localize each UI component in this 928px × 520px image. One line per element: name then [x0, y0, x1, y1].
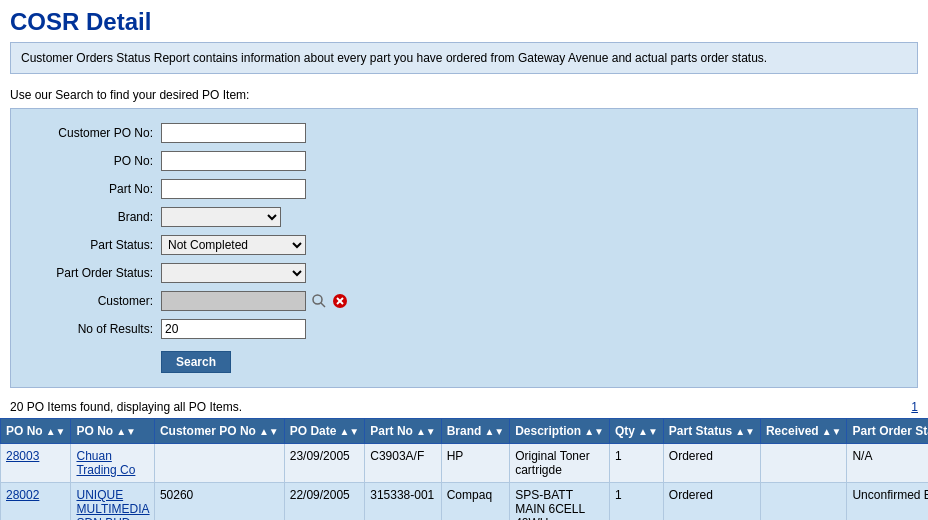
cell-customer-po-no — [154, 444, 284, 483]
col-brand-label: Brand▲▼ — [441, 419, 509, 444]
cell-received — [760, 483, 847, 521]
cell-brand: HP — [441, 444, 509, 483]
cell-brand: Compaq — [441, 483, 509, 521]
customer-name-link[interactable]: Chuan Trading Co — [76, 449, 135, 477]
customer-label: Customer: — [31, 294, 161, 308]
no-of-results-label: No of Results: — [31, 322, 161, 336]
results-table: PO No▲▼ PO No▲▼ Customer PO No▲▼ PO Date… — [0, 418, 928, 520]
table-row: 28003Chuan Trading Co23/09/2005C3903A/FH… — [1, 444, 929, 483]
page-number[interactable]: 1 — [911, 400, 918, 414]
part-no-row: Part No: — [31, 179, 897, 199]
cell-customer-name: UNIQUE MULTIMEDIA SDN BHD — [71, 483, 154, 521]
svg-point-0 — [313, 295, 322, 304]
cell-customer-po-no: 50260 — [154, 483, 284, 521]
customer-po-no-input[interactable] — [161, 123, 306, 143]
search-instruction: Use our Search to find your desired PO I… — [0, 84, 928, 108]
no-of-results-input[interactable] — [161, 319, 306, 339]
cell-description: SPS-BATT MAIN 6CELL 40WH — [510, 483, 610, 521]
brand-label: Brand: — [31, 210, 161, 224]
cell-received — [760, 444, 847, 483]
cell-po-no: 28002 — [1, 483, 71, 521]
part-order-status-select[interactable]: Ordered Shipped Delivered — [161, 263, 306, 283]
po-no-link[interactable]: 28002 — [6, 488, 39, 502]
col-part-no-label: Part No▲▼ — [365, 419, 441, 444]
col-customer-po-label: Customer PO No▲▼ — [154, 419, 284, 444]
cell-part-no: 315338-001 — [365, 483, 441, 521]
customer-clear-icon[interactable] — [332, 293, 348, 309]
po-no-link[interactable]: 28003 — [6, 449, 39, 463]
cell-description: Original Toner cartrigde — [510, 444, 610, 483]
col-po-date-label: PO Date▲▼ — [284, 419, 364, 444]
col-qty-label: Qty▲▼ — [609, 419, 663, 444]
part-no-input[interactable] — [161, 179, 306, 199]
customer-name-link[interactable]: UNIQUE MULTIMEDIA SDN BHD — [76, 488, 149, 520]
cell-part-status: Ordered — [663, 483, 760, 521]
col-pono2-label: PO No▲▼ — [71, 419, 154, 444]
info-box: Customer Orders Status Report contains i… — [10, 42, 918, 74]
cell-qty: 1 — [609, 483, 663, 521]
part-status-label: Part Status: — [31, 238, 161, 252]
po-no-row: PO No: — [31, 151, 897, 171]
cell-part-order-status: N/A — [847, 444, 928, 483]
customer-row: Customer: — [31, 291, 897, 311]
cell-part-no: C3903A/F — [365, 444, 441, 483]
po-no-label: PO No: — [31, 154, 161, 168]
search-button-row: Search — [31, 347, 897, 373]
search-panel: Customer PO No: PO No: Part No: Brand: P… — [10, 108, 918, 388]
part-order-status-row: Part Order Status: Ordered Shipped Deliv… — [31, 263, 897, 283]
brand-select[interactable] — [161, 207, 281, 227]
table-row: 28002UNIQUE MULTIMEDIA SDN BHD5026022/09… — [1, 483, 929, 521]
cell-po-no: 28003 — [1, 444, 71, 483]
po-no-input[interactable] — [161, 151, 306, 171]
customer-po-no-label: Customer PO No: — [31, 126, 161, 140]
customer-po-no-row: Customer PO No: — [31, 123, 897, 143]
cell-po-date: 22/09/2005 — [284, 483, 364, 521]
part-no-label: Part No: — [31, 182, 161, 196]
customer-input[interactable] — [161, 291, 306, 311]
part-status-row: Part Status: Not Completed Completed All — [31, 235, 897, 255]
cell-po-date: 23/09/2005 — [284, 444, 364, 483]
cell-part-order-status: Unconfirmed ETA — [847, 483, 928, 521]
col-received-label: Received▲▼ — [760, 419, 847, 444]
table-header-row: PO No▲▼ PO No▲▼ Customer PO No▲▼ PO Date… — [1, 419, 929, 444]
page-title: COSR Detail — [0, 0, 928, 42]
col-part-status-label: Part Status▲▼ — [663, 419, 760, 444]
cell-part-status: Ordered — [663, 444, 760, 483]
col-part-order-status-label: Part Order Status▲▼ — [847, 419, 928, 444]
customer-search-icon[interactable] — [310, 292, 328, 310]
cell-qty: 1 — [609, 444, 663, 483]
search-button[interactable]: Search — [161, 351, 231, 373]
cell-customer-name: Chuan Trading Co — [71, 444, 154, 483]
col-description-label: Description▲▼ — [510, 419, 610, 444]
col-pono-label: PO No▲▼ — [1, 419, 71, 444]
no-of-results-row: No of Results: — [31, 319, 897, 339]
part-order-status-label: Part Order Status: — [31, 266, 161, 280]
results-count-row: 20 PO Items found, displaying all PO Ite… — [0, 398, 928, 418]
brand-row: Brand: — [31, 207, 897, 227]
part-status-select[interactable]: Not Completed Completed All — [161, 235, 306, 255]
svg-line-1 — [321, 303, 325, 307]
results-summary: 20 PO Items found, displaying all PO Ite… — [10, 400, 242, 414]
